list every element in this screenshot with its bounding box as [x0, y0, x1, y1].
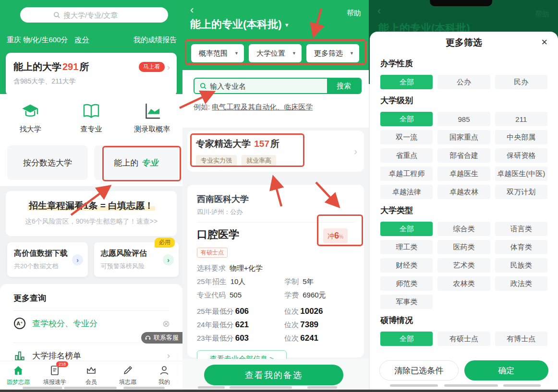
- data-download-card[interactable]: 高价值数据下载 共20个数据文档 ›: [7, 242, 88, 277]
- back-button[interactable]: ‹: [377, 5, 381, 17]
- major-name[interactable]: 口腔医学: [197, 227, 239, 242]
- dropdown-label: 大学位置: [256, 49, 285, 58]
- major-search-input[interactable]: [210, 82, 327, 90]
- admission-rules-warning-card[interactable]: 招生章程漏看1条 = 白填志愿！ 这6个风险雷区，90%学生都忽略了！速查>>: [6, 191, 177, 236]
- filter-chip[interactable]: 卓越医生(中医): [495, 166, 547, 181]
- university-major-card[interactable]: 西南医科大学 四川-泸州：公办 口腔医学 冲6% 有硕士点 选科要求物理+化学 …: [187, 185, 364, 357]
- feature-book[interactable]: 查专业: [61, 102, 122, 134]
- filter-chip[interactable]: 卓越法律: [380, 185, 433, 199]
- admissible-universities-card[interactable]: 能上的大学291所 马上看 › 含985大学、211大学: [6, 53, 177, 96]
- feature-chart[interactable]: 测录取概率: [121, 102, 182, 134]
- chevron-down-icon: ▼: [350, 51, 354, 56]
- phone-notch: [430, 0, 492, 6]
- filter-chip[interactable]: 有硕士点: [437, 332, 490, 346]
- score-value: 606: [235, 307, 249, 316]
- major-search-bar[interactable]: 搜索: [194, 78, 362, 94]
- confirm-filters-button[interactable]: 确定: [464, 360, 549, 380]
- filter-chip[interactable]: 语言类: [495, 222, 547, 236]
- tab-home[interactable]: 圆梦志愿: [0, 361, 36, 390]
- expert-tag: 就业率高: [242, 155, 276, 166]
- admissible-majors-button[interactable]: 能上的专业: [94, 145, 179, 180]
- expert-selected-universities-card[interactable]: 专家精选大学 157所 › 专业实力强就业率高: [187, 131, 364, 172]
- filter-chip[interactable]: 中央部属: [495, 130, 547, 144]
- home-search-bar[interactable]: [20, 7, 168, 23]
- filter-chip[interactable]: 全部: [380, 112, 433, 126]
- clear-filters-button[interactable]: 清除已选条件: [379, 360, 459, 380]
- filter-chip[interactable]: 211: [495, 112, 547, 126]
- card-title: 能上的大学291所: [13, 60, 89, 73]
- filter-chip[interactable]: 卓越农林: [437, 185, 490, 199]
- home-indicator: [444, 384, 498, 387]
- filter-chip[interactable]: 保研资格: [495, 148, 547, 163]
- filter-chip[interactable]: 卓越工程师: [380, 166, 433, 181]
- a-plus-icon: A⁺: [13, 317, 26, 330]
- tab-notebook[interactable]: 218填报速学: [36, 361, 73, 390]
- headset-icon: [145, 334, 151, 341]
- score-label: 25年最低分: [197, 307, 234, 315]
- tab-label: 填志愿: [119, 378, 136, 386]
- filter-chip[interactable]: 国家重点: [437, 130, 490, 144]
- filter-chip[interactable]: 民办: [495, 75, 547, 89]
- filter-dropdown-1[interactable]: 概率范围▼: [191, 44, 244, 62]
- close-icon[interactable]: ×: [541, 37, 547, 48]
- filter-chip[interactable]: 全部: [380, 75, 433, 89]
- filter-chip[interactable]: 民族类: [495, 258, 547, 273]
- chevron-down-icon: ▼: [234, 51, 239, 56]
- must-use-badge: 必用: [155, 238, 175, 248]
- filter-dropdown-2[interactable]: 大学位置▼: [249, 44, 302, 62]
- filter-dropdown-3[interactable]: 更多筛选▼: [306, 44, 359, 62]
- help-link[interactable]: 帮助: [347, 9, 361, 18]
- home-search-input[interactable]: [63, 11, 135, 19]
- university-name[interactable]: 西南医科大学: [197, 193, 354, 205]
- filter-chip[interactable]: 艺术类: [437, 258, 490, 273]
- score-report-link[interactable]: 我的成绩报告: [133, 36, 177, 45]
- change-score-link[interactable]: 改分: [75, 36, 89, 44]
- rank-history-cell: 位次10026: [284, 307, 354, 316]
- filter-chip[interactable]: 有博士点: [495, 332, 547, 346]
- filter-chip[interactable]: 农林类: [437, 276, 490, 291]
- select-university-by-score-button[interactable]: 按分数选大学: [7, 145, 88, 180]
- more-filters-sheet: 更多筛选 × 办学性质全部公办民办大学级别全部985211双一流国家重点中央部属…: [370, 32, 558, 392]
- filter-chip[interactable]: 全部: [380, 222, 433, 236]
- tab-crown[interactable]: 会员: [73, 361, 109, 390]
- filter-chip[interactable]: 卓越医生: [437, 166, 490, 181]
- promo-subtitle: 共20个数据文档: [14, 262, 81, 271]
- filter-chip[interactable]: 体育类: [495, 240, 547, 254]
- filter-chip[interactable]: 师范类: [380, 276, 433, 291]
- sheet-actions: 清除已选条件 确定: [379, 360, 548, 380]
- feature-cap[interactable]: 找大学: [0, 102, 61, 134]
- info-value: 505: [230, 291, 242, 299]
- filter-chip[interactable]: 全部: [380, 332, 433, 346]
- filter-chip[interactable]: 双万计划: [495, 185, 547, 199]
- filter-chip[interactable]: 双一流: [380, 130, 433, 144]
- tab-user[interactable]: 我的: [146, 361, 182, 390]
- filter-chip[interactable]: 省重点: [380, 148, 433, 163]
- risk-evaluation-card[interactable]: 必用 志愿风险评估 可预警落榜风险 ›: [94, 242, 179, 277]
- filter-chip[interactable]: 政法类: [495, 276, 547, 291]
- dismiss-icon[interactable]: ⊗: [162, 318, 170, 329]
- filter-chip[interactable]: 医药类: [437, 240, 490, 254]
- filter-chip[interactable]: 理工类: [380, 240, 433, 254]
- back-button[interactable]: ‹: [190, 4, 194, 16]
- view-now-badge[interactable]: 马上看: [139, 62, 165, 72]
- card-subtitle: 含985大学、211大学: [13, 77, 170, 86]
- filter-chip[interactable]: 军事类: [380, 295, 433, 309]
- tab-pencil[interactable]: 填志愿: [109, 361, 146, 390]
- contact-support-button[interactable]: 联系客服: [141, 332, 182, 344]
- search-button[interactable]: 搜索: [327, 79, 361, 93]
- view-my-shortlist-button[interactable]: 查看我的备选: [204, 365, 343, 385]
- chevron-right-icon: ›: [167, 62, 170, 71]
- info-key: 学费: [284, 291, 299, 299]
- filter-chip[interactable]: 综合类: [437, 222, 490, 236]
- page-title-dropdown[interactable]: 能上的专业(本科批)▼: [190, 17, 290, 32]
- score-value: 621: [235, 320, 249, 329]
- filter-chip[interactable]: 部省合建: [437, 148, 490, 163]
- filter-chip[interactable]: 公办: [437, 75, 490, 89]
- filter-chip[interactable]: 财经类: [380, 258, 433, 273]
- home-indicator: [123, 387, 165, 389]
- info-value: 10人: [230, 277, 246, 285]
- filter-chip[interactable]: 985: [437, 112, 490, 126]
- example-link[interactable]: 电气工程及其自动化、临床医学: [212, 103, 313, 111]
- subject-requirement: 选科要求物理+化学: [197, 264, 354, 273]
- help-link[interactable]: 帮助: [535, 10, 549, 19]
